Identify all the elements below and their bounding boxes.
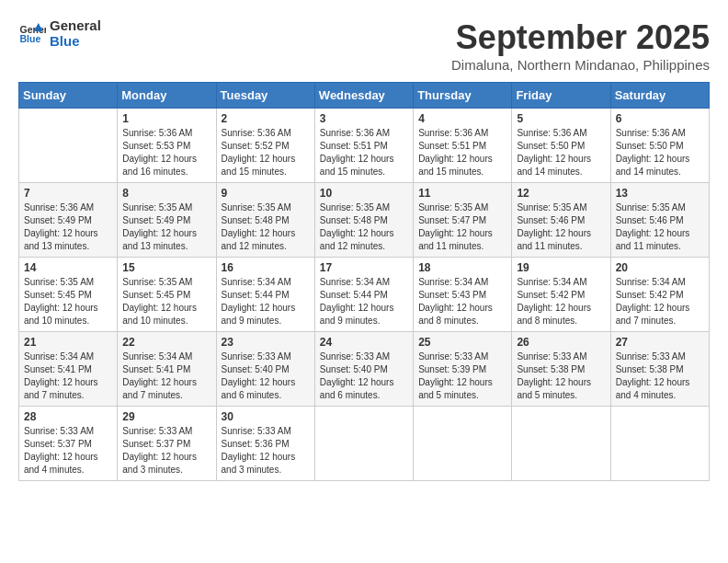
calendar-cell: 26Sunrise: 5:33 AM Sunset: 5:38 PM Dayli… <box>512 332 610 407</box>
calendar-cell: 20Sunrise: 5:34 AM Sunset: 5:42 PM Dayli… <box>610 258 709 332</box>
day-number: 11 <box>418 187 506 200</box>
cell-content: Sunrise: 5:34 AM Sunset: 5:41 PM Dayligh… <box>122 350 210 402</box>
calendar-cell <box>19 109 118 183</box>
calendar-cell: 3Sunrise: 5:36 AM Sunset: 5:51 PM Daylig… <box>314 109 413 183</box>
calendar-cell: 6Sunrise: 5:36 AM Sunset: 5:50 PM Daylig… <box>610 109 709 183</box>
day-number: 26 <box>517 336 605 349</box>
cell-content: Sunrise: 5:33 AM Sunset: 5:39 PM Dayligh… <box>418 350 506 402</box>
calendar-cell: 17Sunrise: 5:34 AM Sunset: 5:44 PM Dayli… <box>314 258 413 332</box>
day-number: 19 <box>517 261 605 274</box>
cell-content: Sunrise: 5:33 AM Sunset: 5:37 PM Dayligh… <box>24 425 112 477</box>
day-number: 10 <box>320 187 408 200</box>
calendar-cell: 21Sunrise: 5:34 AM Sunset: 5:41 PM Dayli… <box>19 332 118 407</box>
day-number: 7 <box>24 187 112 200</box>
calendar-week-row: 1Sunrise: 5:36 AM Sunset: 5:53 PM Daylig… <box>19 109 710 183</box>
calendar-week-row: 28Sunrise: 5:33 AM Sunset: 5:37 PM Dayli… <box>19 407 710 481</box>
cell-content: Sunrise: 5:33 AM Sunset: 5:36 PM Dayligh… <box>222 425 310 477</box>
cell-content: Sunrise: 5:35 AM Sunset: 5:46 PM Dayligh… <box>616 201 704 253</box>
calendar-cell <box>610 407 709 481</box>
calendar-cell: 14Sunrise: 5:35 AM Sunset: 5:45 PM Dayli… <box>19 258 118 332</box>
day-number: 3 <box>320 112 408 125</box>
location-title: Dimaluna, Northern Mindanao, Philippines <box>451 57 710 73</box>
cell-content: Sunrise: 5:34 AM Sunset: 5:44 PM Dayligh… <box>320 276 408 327</box>
day-number: 13 <box>616 187 704 200</box>
cell-content: Sunrise: 5:36 AM Sunset: 5:52 PM Dayligh… <box>222 127 310 178</box>
calendar-cell: 10Sunrise: 5:35 AM Sunset: 5:48 PM Dayli… <box>314 183 413 258</box>
day-number: 23 <box>222 336 310 349</box>
day-number: 15 <box>122 261 210 274</box>
day-number: 6 <box>616 112 704 125</box>
day-number: 28 <box>24 410 112 423</box>
calendar-cell: 25Sunrise: 5:33 AM Sunset: 5:39 PM Dayli… <box>414 332 512 407</box>
cell-content: Sunrise: 5:33 AM Sunset: 5:38 PM Dayligh… <box>517 350 605 402</box>
cell-content: Sunrise: 5:36 AM Sunset: 5:53 PM Dayligh… <box>122 127 210 178</box>
day-number: 4 <box>418 112 506 125</box>
logo: General Blue General Blue <box>18 18 101 49</box>
cell-content: Sunrise: 5:36 AM Sunset: 5:51 PM Dayligh… <box>320 127 408 178</box>
weekday-header: Friday <box>512 83 610 109</box>
day-number: 1 <box>122 112 210 125</box>
month-title: September 2025 <box>451 18 710 57</box>
cell-content: Sunrise: 5:33 AM Sunset: 5:38 PM Dayligh… <box>616 350 704 402</box>
calendar-cell <box>314 407 413 481</box>
calendar-cell: 11Sunrise: 5:35 AM Sunset: 5:47 PM Dayli… <box>414 183 512 258</box>
cell-content: Sunrise: 5:34 AM Sunset: 5:41 PM Dayligh… <box>24 350 112 402</box>
day-number: 12 <box>517 187 605 200</box>
calendar-cell: 13Sunrise: 5:35 AM Sunset: 5:46 PM Dayli… <box>610 183 709 258</box>
day-number: 29 <box>122 410 210 423</box>
day-number: 30 <box>222 410 310 423</box>
calendar-cell: 29Sunrise: 5:33 AM Sunset: 5:37 PM Dayli… <box>118 407 216 481</box>
calendar-cell: 22Sunrise: 5:34 AM Sunset: 5:41 PM Dayli… <box>118 332 216 407</box>
cell-content: Sunrise: 5:35 AM Sunset: 5:48 PM Dayligh… <box>320 201 408 253</box>
cell-content: Sunrise: 5:35 AM Sunset: 5:47 PM Dayligh… <box>418 201 506 253</box>
calendar-body: 1Sunrise: 5:36 AM Sunset: 5:53 PM Daylig… <box>19 109 710 481</box>
calendar-cell: 2Sunrise: 5:36 AM Sunset: 5:52 PM Daylig… <box>216 109 314 183</box>
day-number: 2 <box>222 112 310 125</box>
title-block: September 2025 Dimaluna, Northern Mindan… <box>451 18 710 73</box>
calendar-week-row: 14Sunrise: 5:35 AM Sunset: 5:45 PM Dayli… <box>19 258 710 332</box>
cell-content: Sunrise: 5:36 AM Sunset: 5:51 PM Dayligh… <box>418 127 506 178</box>
calendar-cell: 8Sunrise: 5:35 AM Sunset: 5:49 PM Daylig… <box>118 183 216 258</box>
calendar-table: SundayMondayTuesdayWednesdayThursdayFrid… <box>18 82 710 481</box>
weekday-header: Saturday <box>610 83 709 109</box>
cell-content: Sunrise: 5:36 AM Sunset: 5:49 PM Dayligh… <box>24 201 112 253</box>
cell-content: Sunrise: 5:36 AM Sunset: 5:50 PM Dayligh… <box>616 127 704 178</box>
cell-content: Sunrise: 5:34 AM Sunset: 5:42 PM Dayligh… <box>517 276 605 327</box>
day-number: 14 <box>24 261 112 274</box>
weekday-header: Thursday <box>414 83 512 109</box>
cell-content: Sunrise: 5:33 AM Sunset: 5:37 PM Dayligh… <box>122 425 210 477</box>
cell-content: Sunrise: 5:35 AM Sunset: 5:45 PM Dayligh… <box>24 276 112 327</box>
calendar-cell: 30Sunrise: 5:33 AM Sunset: 5:36 PM Dayli… <box>216 407 314 481</box>
day-number: 16 <box>222 261 310 274</box>
calendar-cell: 23Sunrise: 5:33 AM Sunset: 5:40 PM Dayli… <box>216 332 314 407</box>
calendar-cell: 7Sunrise: 5:36 AM Sunset: 5:49 PM Daylig… <box>19 183 118 258</box>
day-number: 25 <box>418 336 506 349</box>
weekday-header: Tuesday <box>216 83 314 109</box>
calendar-cell: 19Sunrise: 5:34 AM Sunset: 5:42 PM Dayli… <box>512 258 610 332</box>
weekday-header: Wednesday <box>314 83 413 109</box>
calendar-cell: 27Sunrise: 5:33 AM Sunset: 5:38 PM Dayli… <box>610 332 709 407</box>
cell-content: Sunrise: 5:35 AM Sunset: 5:48 PM Dayligh… <box>222 201 310 253</box>
weekday-header: Sunday <box>19 83 118 109</box>
cell-content: Sunrise: 5:33 AM Sunset: 5:40 PM Dayligh… <box>222 350 310 402</box>
cell-content: Sunrise: 5:33 AM Sunset: 5:40 PM Dayligh… <box>320 350 408 402</box>
logo-icon: General Blue <box>18 20 46 48</box>
calendar-week-row: 21Sunrise: 5:34 AM Sunset: 5:41 PM Dayli… <box>19 332 710 407</box>
cell-content: Sunrise: 5:36 AM Sunset: 5:50 PM Dayligh… <box>517 127 605 178</box>
cell-content: Sunrise: 5:34 AM Sunset: 5:43 PM Dayligh… <box>418 276 506 327</box>
day-number: 22 <box>122 336 210 349</box>
day-number: 20 <box>616 261 704 274</box>
calendar-cell <box>414 407 512 481</box>
weekday-header: Monday <box>118 83 216 109</box>
day-number: 18 <box>418 261 506 274</box>
day-number: 27 <box>616 336 704 349</box>
cell-content: Sunrise: 5:35 AM Sunset: 5:45 PM Dayligh… <box>122 276 210 327</box>
svg-text:Blue: Blue <box>20 33 41 44</box>
day-number: 5 <box>517 112 605 125</box>
day-number: 24 <box>320 336 408 349</box>
calendar-cell: 9Sunrise: 5:35 AM Sunset: 5:48 PM Daylig… <box>216 183 314 258</box>
cell-content: Sunrise: 5:34 AM Sunset: 5:42 PM Dayligh… <box>616 276 704 327</box>
day-number: 9 <box>222 187 310 200</box>
day-number: 17 <box>320 261 408 274</box>
cell-content: Sunrise: 5:35 AM Sunset: 5:49 PM Dayligh… <box>122 201 210 253</box>
